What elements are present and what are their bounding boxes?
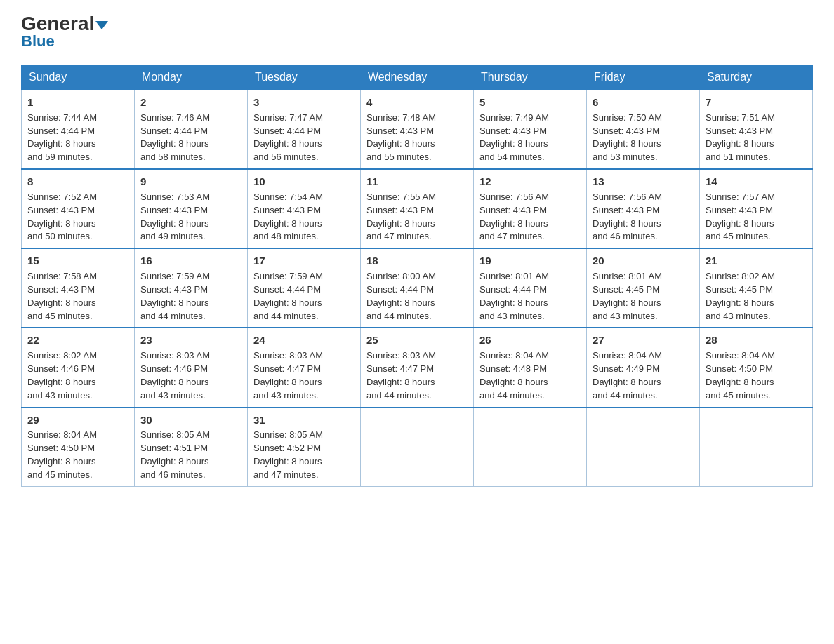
day-number: 26 (479, 333, 581, 348)
calendar-cell: 21Sunrise: 8:02 AMSunset: 4:45 PMDayligh… (700, 248, 813, 328)
calendar-cell: 3Sunrise: 7:47 AMSunset: 4:44 PMDaylight… (248, 90, 361, 169)
day-number: 29 (27, 412, 128, 428)
day-number: 3 (253, 95, 355, 110)
day-number: 4 (366, 95, 468, 110)
day-info: Sunrise: 8:04 AMSunset: 4:49 PMDaylight:… (593, 350, 662, 401)
logo: General Blue (21, 14, 108, 51)
day-info: Sunrise: 8:04 AMSunset: 4:48 PMDaylight:… (479, 350, 549, 401)
day-info: Sunrise: 7:55 AMSunset: 4:43 PMDaylight:… (366, 192, 436, 242)
day-number: 30 (140, 412, 241, 428)
day-info: Sunrise: 7:58 AMSunset: 4:43 PMDaylight:… (27, 271, 97, 321)
calendar-header-row: SundayMondayTuesdayWednesdayThursdayFrid… (22, 65, 813, 90)
calendar-cell: 14Sunrise: 7:57 AMSunset: 4:43 PMDayligh… (700, 169, 813, 248)
header-monday: Monday (135, 65, 248, 90)
calendar-cell (700, 408, 813, 487)
calendar-cell: 31Sunrise: 8:05 AMSunset: 4:52 PMDayligh… (248, 408, 361, 487)
day-number: 13 (593, 174, 694, 189)
day-info: Sunrise: 8:04 AMSunset: 4:50 PMDaylight:… (27, 429, 97, 480)
calendar-cell: 5Sunrise: 7:49 AMSunset: 4:43 PMDaylight… (474, 90, 587, 169)
calendar-table: SundayMondayTuesdayWednesdayThursdayFrid… (21, 65, 813, 487)
logo-triangle-icon (95, 21, 108, 29)
day-info: Sunrise: 7:47 AMSunset: 4:44 PMDaylight:… (253, 112, 323, 163)
day-number: 21 (706, 253, 807, 269)
calendar-cell: 26Sunrise: 8:04 AMSunset: 4:48 PMDayligh… (474, 328, 587, 407)
day-number: 10 (253, 174, 355, 189)
calendar-cell: 13Sunrise: 7:56 AMSunset: 4:43 PMDayligh… (587, 169, 700, 248)
calendar-cell: 1Sunrise: 7:44 AMSunset: 4:44 PMDaylight… (22, 90, 135, 169)
day-number: 15 (27, 253, 128, 269)
day-info: Sunrise: 7:56 AMSunset: 4:43 PMDaylight:… (479, 192, 549, 242)
day-info: Sunrise: 7:44 AMSunset: 4:44 PMDaylight:… (27, 112, 97, 163)
calendar-cell: 16Sunrise: 7:59 AMSunset: 4:43 PMDayligh… (135, 248, 248, 328)
day-number: 23 (140, 333, 241, 348)
day-number: 19 (479, 253, 581, 269)
calendar-cell: 27Sunrise: 8:04 AMSunset: 4:49 PMDayligh… (587, 328, 700, 407)
calendar-cell (587, 408, 700, 487)
day-info: Sunrise: 7:59 AMSunset: 4:43 PMDaylight:… (140, 271, 210, 321)
calendar-cell: 20Sunrise: 8:01 AMSunset: 4:45 PMDayligh… (587, 248, 700, 328)
day-number: 14 (706, 174, 807, 189)
day-info: Sunrise: 7:53 AMSunset: 4:43 PMDaylight:… (140, 192, 210, 242)
calendar-cell: 17Sunrise: 7:59 AMSunset: 4:44 PMDayligh… (248, 248, 361, 328)
day-info: Sunrise: 8:02 AMSunset: 4:45 PMDaylight:… (706, 271, 775, 321)
calendar-cell: 4Sunrise: 7:48 AMSunset: 4:43 PMDaylight… (361, 90, 474, 169)
calendar-cell: 9Sunrise: 7:53 AMSunset: 4:43 PMDaylight… (135, 169, 248, 248)
calendar-week-row: 29Sunrise: 8:04 AMSunset: 4:50 PMDayligh… (22, 408, 813, 487)
day-number: 11 (366, 174, 468, 189)
day-number: 8 (27, 174, 128, 189)
calendar-week-row: 1Sunrise: 7:44 AMSunset: 4:44 PMDaylight… (22, 90, 813, 169)
calendar-cell (474, 408, 587, 487)
day-info: Sunrise: 8:03 AMSunset: 4:46 PMDaylight:… (140, 350, 210, 401)
calendar-cell: 24Sunrise: 8:03 AMSunset: 4:47 PMDayligh… (248, 328, 361, 407)
day-info: Sunrise: 8:05 AMSunset: 4:52 PMDaylight:… (253, 429, 323, 480)
calendar-cell: 28Sunrise: 8:04 AMSunset: 4:50 PMDayligh… (700, 328, 813, 407)
day-number: 22 (27, 333, 128, 348)
calendar-week-row: 15Sunrise: 7:58 AMSunset: 4:43 PMDayligh… (22, 248, 813, 328)
day-number: 31 (253, 412, 355, 428)
header-wednesday: Wednesday (361, 65, 474, 90)
calendar-cell (361, 408, 474, 487)
header-tuesday: Tuesday (248, 65, 361, 90)
calendar-cell: 30Sunrise: 8:05 AMSunset: 4:51 PMDayligh… (135, 408, 248, 487)
header-sunday: Sunday (22, 65, 135, 90)
day-info: Sunrise: 8:01 AMSunset: 4:44 PMDaylight:… (479, 271, 549, 321)
day-number: 16 (140, 253, 241, 269)
day-info: Sunrise: 7:51 AMSunset: 4:43 PMDaylight:… (706, 112, 775, 163)
day-info: Sunrise: 8:03 AMSunset: 4:47 PMDaylight:… (253, 350, 323, 401)
day-info: Sunrise: 8:00 AMSunset: 4:44 PMDaylight:… (366, 271, 436, 321)
logo-blue: Blue (21, 32, 55, 51)
calendar-cell: 11Sunrise: 7:55 AMSunset: 4:43 PMDayligh… (361, 169, 474, 248)
day-number: 2 (140, 95, 241, 110)
calendar-cell: 2Sunrise: 7:46 AMSunset: 4:44 PMDaylight… (135, 90, 248, 169)
calendar-cell: 25Sunrise: 8:03 AMSunset: 4:47 PMDayligh… (361, 328, 474, 407)
calendar-cell: 15Sunrise: 7:58 AMSunset: 4:43 PMDayligh… (22, 248, 135, 328)
day-number: 9 (140, 174, 241, 189)
day-number: 1 (27, 95, 128, 110)
day-info: Sunrise: 8:05 AMSunset: 4:51 PMDaylight:… (140, 429, 210, 480)
calendar-cell: 18Sunrise: 8:00 AMSunset: 4:44 PMDayligh… (361, 248, 474, 328)
day-info: Sunrise: 7:54 AMSunset: 4:43 PMDaylight:… (253, 192, 323, 242)
calendar-cell: 8Sunrise: 7:52 AMSunset: 4:43 PMDaylight… (22, 169, 135, 248)
calendar-cell: 10Sunrise: 7:54 AMSunset: 4:43 PMDayligh… (248, 169, 361, 248)
day-number: 17 (253, 253, 355, 269)
day-number: 7 (706, 95, 807, 110)
day-info: Sunrise: 7:59 AMSunset: 4:44 PMDaylight:… (253, 271, 323, 321)
calendar-cell: 7Sunrise: 7:51 AMSunset: 4:43 PMDaylight… (700, 90, 813, 169)
logo-general: General (21, 14, 108, 34)
day-info: Sunrise: 8:04 AMSunset: 4:50 PMDaylight:… (706, 350, 775, 401)
day-info: Sunrise: 7:46 AMSunset: 4:44 PMDaylight:… (140, 112, 210, 163)
day-info: Sunrise: 7:57 AMSunset: 4:43 PMDaylight:… (706, 192, 775, 242)
day-number: 20 (593, 253, 694, 269)
calendar-cell: 29Sunrise: 8:04 AMSunset: 4:50 PMDayligh… (22, 408, 135, 487)
day-info: Sunrise: 7:52 AMSunset: 4:43 PMDaylight:… (27, 192, 97, 242)
calendar-week-row: 8Sunrise: 7:52 AMSunset: 4:43 PMDaylight… (22, 169, 813, 248)
day-number: 5 (479, 95, 581, 110)
calendar-cell: 19Sunrise: 8:01 AMSunset: 4:44 PMDayligh… (474, 248, 587, 328)
day-number: 24 (253, 333, 355, 348)
day-info: Sunrise: 8:02 AMSunset: 4:46 PMDaylight:… (27, 350, 97, 401)
day-info: Sunrise: 8:01 AMSunset: 4:45 PMDaylight:… (593, 271, 662, 321)
day-number: 6 (593, 95, 694, 110)
day-number: 18 (366, 253, 468, 269)
day-info: Sunrise: 7:49 AMSunset: 4:43 PMDaylight:… (479, 112, 549, 163)
day-info: Sunrise: 7:48 AMSunset: 4:43 PMDaylight:… (366, 112, 436, 163)
